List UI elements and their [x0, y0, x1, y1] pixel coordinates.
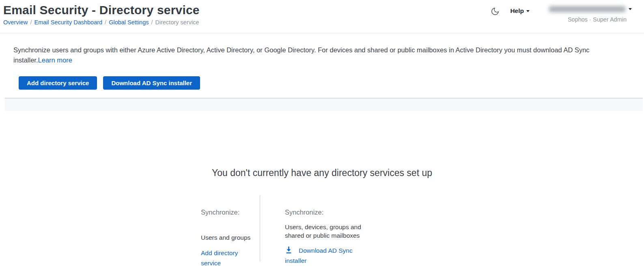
sync-description: Users, devices, groups and shared or pub…: [285, 223, 366, 240]
download-ad-sync-installer-button[interactable]: Download AD Sync installer: [103, 76, 200, 90]
dark-mode-moon-icon[interactable]: [491, 7, 500, 16]
chevron-down-icon: [526, 10, 530, 12]
empty-table-header-bar: [5, 98, 643, 111]
sync-description: Users and groups: [201, 233, 260, 242]
header-right: Help Sophos · Super Admin: [491, 6, 632, 23]
user-name-redacted: [549, 6, 625, 12]
intro-paragraph: Synchronize users and groups with either…: [13, 45, 597, 65]
intro-text: Synchronize users and groups with either…: [13, 46, 590, 64]
account-block: Sophos · Super Admin: [549, 6, 632, 23]
learn-more-link[interactable]: Learn more: [38, 56, 72, 64]
header-left: Email Security - Directory service Overv…: [3, 2, 200, 26]
directory-service-page: Email Security - Directory service Overv…: [0, 0, 644, 273]
sync-column-ad-sync: Synchronize: Users, devices, groups and …: [260, 195, 368, 262]
help-menu[interactable]: Help: [510, 7, 530, 15]
sync-heading: Synchronize:: [285, 209, 368, 216]
page-header: Email Security - Directory service Overv…: [0, 0, 644, 33]
sync-columns: Synchronize: Users and groups Add direct…: [201, 195, 644, 262]
breadcrumb-email-security-dashboard[interactable]: Email Security Dashboard: [34, 19, 102, 26]
action-buttons: Add directory service Download AD Sync i…: [19, 76, 644, 90]
empty-state-title: You don't currently have any directory s…: [0, 168, 644, 178]
page-title: Email Security - Directory service: [3, 2, 200, 17]
breadcrumb-separator: /: [28, 19, 34, 26]
breadcrumb-separator: /: [102, 19, 109, 26]
breadcrumb-separator: /: [149, 19, 155, 26]
download-ad-sync-installer-link[interactable]: Download AD Sync installer: [285, 245, 366, 266]
chevron-down-icon: [629, 8, 632, 10]
download-link-label: Download AD Sync installer: [285, 247, 353, 264]
intro-section: Synchronize users and groups with either…: [0, 33, 644, 65]
download-icon: [285, 246, 293, 254]
breadcrumb: Overview/Email Security Dashboard/Global…: [3, 19, 200, 26]
help-label: Help: [510, 7, 524, 15]
breadcrumb-overview[interactable]: Overview: [3, 19, 28, 26]
add-directory-service-link[interactable]: Add directory service: [201, 248, 250, 268]
account-subtitle: Sophos · Super Admin: [568, 16, 627, 23]
breadcrumb-global-settings[interactable]: Global Settings: [109, 19, 149, 26]
sync-heading: Synchronize:: [201, 209, 260, 216]
user-menu[interactable]: [549, 6, 632, 12]
add-directory-service-button[interactable]: Add directory service: [19, 76, 97, 90]
breadcrumb-current: Directory service: [155, 19, 199, 26]
sync-column-directory: Synchronize: Users and groups Add direct…: [201, 195, 260, 262]
